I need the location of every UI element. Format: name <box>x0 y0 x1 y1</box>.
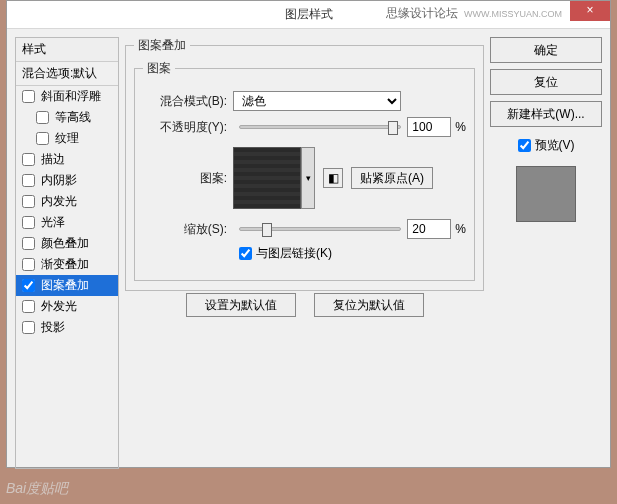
opacity-input[interactable] <box>407 117 451 137</box>
styles-header[interactable]: 样式 <box>16 38 118 62</box>
style-checkbox[interactable] <box>22 195 35 208</box>
brand-watermark: 思缘设计论坛 WWW.MISSYUAN.COM <box>386 5 562 22</box>
preview-label[interactable]: 预览(V) <box>535 137 575 154</box>
preview-swatch <box>516 166 576 222</box>
styles-panel: 样式 混合选项:默认 斜面和浮雕等高线纹理描边内阴影内发光光泽颜色叠加渐变叠加图… <box>15 37 119 459</box>
style-item-11[interactable]: 投影 <box>16 317 118 338</box>
pattern-group: 图案 混合模式(B): 滤色 不透明度(Y): % 图案 <box>134 60 475 281</box>
style-checkbox[interactable] <box>22 300 35 313</box>
blend-mode-select[interactable]: 滤色 <box>233 91 401 111</box>
style-item-2[interactable]: 纹理 <box>16 128 118 149</box>
style-checkbox[interactable] <box>36 132 49 145</box>
pattern-swatch[interactable] <box>233 147 301 209</box>
preview-checkbox[interactable] <box>518 139 531 152</box>
styles-list: 样式 混合选项:默认 斜面和浮雕等高线纹理描边内阴影内发光光泽颜色叠加渐变叠加图… <box>15 37 119 469</box>
new-preset-icon[interactable]: ◧ <box>323 168 343 188</box>
style-label: 斜面和浮雕 <box>41 88 101 105</box>
scale-input[interactable] <box>407 219 451 239</box>
style-checkbox[interactable] <box>22 279 35 292</box>
titlebar: 图层样式 思缘设计论坛 WWW.MISSYUAN.COM × <box>7 1 610 29</box>
style-checkbox[interactable] <box>22 153 35 166</box>
layer-style-dialog: 图层样式 思缘设计论坛 WWW.MISSYUAN.COM × 样式 混合选项:默… <box>6 0 611 468</box>
snap-origin-button[interactable]: 贴紧原点(A) <box>351 167 433 189</box>
dialog-title: 图层样式 <box>285 6 333 23</box>
style-item-4[interactable]: 内阴影 <box>16 170 118 191</box>
pattern-label: 图案: <box>143 170 233 187</box>
style-label: 描边 <box>41 151 65 168</box>
style-item-6[interactable]: 光泽 <box>16 212 118 233</box>
style-item-0[interactable]: 斜面和浮雕 <box>16 86 118 107</box>
cancel-button[interactable]: 复位 <box>490 69 602 95</box>
style-label: 外发光 <box>41 298 77 315</box>
dialog-body: 样式 混合选项:默认 斜面和浮雕等高线纹理描边内阴影内发光光泽颜色叠加渐变叠加图… <box>7 29 610 467</box>
style-label: 颜色叠加 <box>41 235 89 252</box>
style-item-1[interactable]: 等高线 <box>16 107 118 128</box>
style-checkbox[interactable] <box>22 258 35 271</box>
group-legend: 图案叠加 <box>134 37 190 54</box>
style-item-10[interactable]: 外发光 <box>16 296 118 317</box>
style-item-5[interactable]: 内发光 <box>16 191 118 212</box>
chevron-down-icon: ▾ <box>306 173 311 183</box>
style-checkbox[interactable] <box>22 90 35 103</box>
close-button[interactable]: × <box>570 1 610 21</box>
ok-button[interactable]: 确定 <box>490 37 602 63</box>
style-label: 图案叠加 <box>41 277 89 294</box>
action-panel: 确定 复位 新建样式(W)... 预览(V) <box>490 37 602 459</box>
scale-slider[interactable] <box>239 227 401 231</box>
style-label: 内发光 <box>41 193 77 210</box>
style-label: 内阴影 <box>41 172 77 189</box>
percent-label-2: % <box>455 222 466 236</box>
options-panel: 图案叠加 图案 混合模式(B): 滤色 不透明度(Y): % <box>125 37 484 459</box>
style-checkbox[interactable] <box>22 321 35 334</box>
opacity-slider[interactable] <box>239 125 401 129</box>
style-item-7[interactable]: 颜色叠加 <box>16 233 118 254</box>
style-label: 投影 <box>41 319 65 336</box>
blend-options-header[interactable]: 混合选项:默认 <box>16 62 118 86</box>
style-item-3[interactable]: 描边 <box>16 149 118 170</box>
set-default-button[interactable]: 设置为默认值 <box>186 293 296 317</box>
style-item-8[interactable]: 渐变叠加 <box>16 254 118 275</box>
style-item-9[interactable]: 图案叠加 <box>16 275 118 296</box>
link-layer-label[interactable]: 与图层链接(K) <box>256 245 332 262</box>
inner-legend: 图案 <box>143 60 175 77</box>
style-label: 纹理 <box>55 130 79 147</box>
blend-mode-label: 混合模式(B): <box>143 93 233 110</box>
scale-label: 缩放(S): <box>143 221 233 238</box>
style-checkbox[interactable] <box>22 216 35 229</box>
percent-label: % <box>455 120 466 134</box>
style-label: 光泽 <box>41 214 65 231</box>
link-layer-checkbox[interactable] <box>239 247 252 260</box>
pattern-dropdown[interactable]: ▾ <box>301 147 315 209</box>
new-style-button[interactable]: 新建样式(W)... <box>490 101 602 127</box>
style-checkbox[interactable] <box>36 111 49 124</box>
style-checkbox[interactable] <box>22 174 35 187</box>
opacity-label: 不透明度(Y): <box>143 119 233 136</box>
page-watermark: Bai度贴吧 <box>6 480 68 498</box>
style-label: 渐变叠加 <box>41 256 89 273</box>
style-checkbox[interactable] <box>22 237 35 250</box>
pattern-overlay-group: 图案叠加 图案 混合模式(B): 滤色 不透明度(Y): % <box>125 37 484 291</box>
reset-default-button[interactable]: 复位为默认值 <box>314 293 424 317</box>
style-label: 等高线 <box>55 109 91 126</box>
